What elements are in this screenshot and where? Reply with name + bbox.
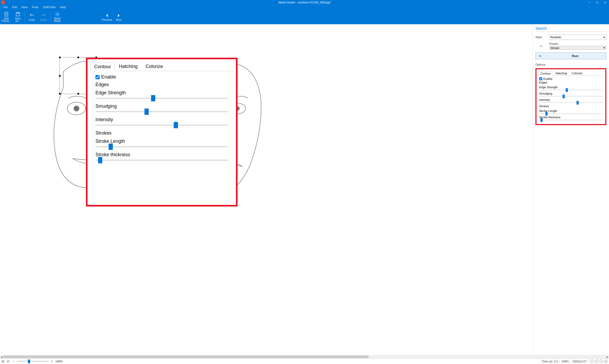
menubar: File Edit View Tools SoftOrbits Help: [0, 5, 609, 9]
sp-tab-hatching[interactable]: Hatching: [553, 71, 569, 75]
youtube-icon[interactable]: ▸: [604, 360, 608, 363]
chevron-down-icon: ▾: [603, 46, 605, 50]
info-icon[interactable]: i: [590, 360, 594, 363]
tab-contour[interactable]: Contour: [90, 62, 115, 71]
sp-stroke-thickness-slider[interactable]: [539, 120, 603, 120]
sp-edge-strength-label: Edge Strength: [539, 86, 603, 89]
sp-edges-section: Edges: [539, 81, 603, 84]
previous-button[interactable]: Previous: [102, 10, 112, 23]
enable-checkbox[interactable]: Enable: [95, 74, 228, 80]
batch-mode-button[interactable]: BatchMode: [52, 10, 63, 23]
menu-softorbits[interactable]: SoftOrbits: [41, 6, 58, 9]
sp-smudging-label: Smudging: [539, 92, 603, 95]
intensity-label: Intensity: [95, 117, 228, 122]
add-files-button[interactable]: AddFile(s)...: [1, 10, 12, 23]
zoom-fit-button[interactable]: ⊞: [1, 360, 5, 363]
toolbar-separator: [50, 12, 51, 22]
titlebar: Sketch Drawer - emotions-371238_1920.jpg…: [0, 0, 609, 5]
arrow-right-icon: ➔: [538, 54, 542, 58]
scrollbar-thumb[interactable]: [3, 356, 369, 358]
arrow-right-icon: [116, 13, 121, 18]
style-select[interactable]: Realistic ▾: [549, 35, 606, 40]
chevron-down-icon: ▾: [603, 36, 605, 39]
side-panel-title: Sketch: [535, 26, 606, 32]
stroke-length-label: Stroke Length: [95, 139, 228, 144]
smudging-slider[interactable]: [95, 111, 228, 112]
sp-intensity-slider[interactable]: [539, 102, 603, 103]
presets-select[interactable]: Simple ▾: [549, 46, 606, 50]
zoom-actual-button[interactable]: ⊡: [6, 360, 10, 363]
options-label: Options: [535, 63, 606, 66]
save-as-button[interactable]: Saveas...: [13, 10, 23, 23]
add-file-icon: [4, 12, 9, 17]
enable-checkbox-input[interactable]: [95, 75, 100, 79]
maximize-button[interactable]: ☐: [593, 0, 601, 5]
sp-tab-colorize[interactable]: Colorize: [569, 71, 585, 75]
minimize-button[interactable]: ─: [585, 0, 593, 5]
window-title: Sketch Drawer - emotions-371238_1920.jpg…: [278, 1, 331, 4]
toolbar-separator: [25, 12, 25, 22]
sp-enable-checkbox-input[interactable]: [539, 77, 542, 80]
menu-file[interactable]: File: [1, 6, 10, 9]
sp-edge-strength-slider[interactable]: [539, 90, 603, 90]
menu-help[interactable]: Help: [58, 6, 68, 9]
sp-stroke-length-slider[interactable]: [539, 113, 603, 114]
stroke-thickness-slider[interactable]: [95, 160, 228, 161]
zoom-out-button[interactable]: −: [12, 360, 15, 363]
sp-strokes-section: Strokes: [539, 105, 603, 108]
stroke-thickness-label: Stroke thickness: [95, 152, 228, 158]
options-panel: Contour Hatching Colorize Enable Edges E…: [535, 68, 606, 125]
gear-icon: [55, 12, 60, 17]
svg-rect-4: [17, 12, 19, 13]
zoom-in-button[interactable]: +: [50, 360, 54, 363]
sp-stroke-length-label: Stroke Length: [539, 109, 603, 112]
canvas-area[interactable]: Contour Hatching Colorize Enable Edges E…: [0, 24, 533, 355]
facebook-icon[interactable]: f: [595, 360, 598, 363]
status-dimensions: 1920x1117: [572, 360, 587, 363]
statusbar: ⊞ ⊡ − + 108% Time (s): 3.2 108% 1920x111…: [0, 358, 609, 364]
edge-strength-label: Edge Strength: [95, 90, 228, 96]
strokes-section-label: Strokes: [95, 130, 228, 136]
svg-rect-3: [16, 12, 20, 16]
twitter-icon[interactable]: t: [600, 360, 603, 363]
arrow-left-icon: [104, 13, 110, 18]
sp-smudging-slider[interactable]: [539, 96, 603, 97]
tab-colorize[interactable]: Colorize: [142, 62, 167, 71]
sp-enable-checkbox[interactable]: Enable: [539, 77, 603, 80]
redo-icon: [41, 13, 46, 18]
scroll-left-button[interactable]: ◀: [0, 355, 3, 358]
overlay-tabs: Contour Hatching Colorize: [90, 62, 233, 71]
next-button[interactable]: Next: [113, 10, 124, 23]
toolbar: AddFile(s)... Saveas... Undo Redo BatchM…: [0, 9, 609, 24]
side-panel: Sketch Style Realistic ▾ ⇆ Presets Simpl…: [533, 24, 609, 355]
svg-point-7: [74, 106, 79, 111]
close-button[interactable]: ✕: [601, 0, 609, 5]
undo-button[interactable]: Undo: [27, 10, 37, 23]
presets-label: Presets: [549, 42, 561, 45]
options-overlay-zoom: Contour Hatching Colorize Enable Edges E…: [86, 58, 238, 206]
svg-point-5: [57, 14, 58, 15]
style-label: Style: [535, 36, 547, 39]
app-icon: [1, 1, 5, 4]
horizontal-scrollbar[interactable]: ◀ ▶: [0, 355, 609, 358]
menu-view[interactable]: View: [19, 6, 30, 9]
status-zoom2: 108%: [561, 360, 569, 363]
edges-section-label: Edges: [95, 82, 228, 87]
undo-icon: [29, 13, 35, 18]
scroll-right-button[interactable]: ▶: [606, 355, 609, 358]
presets-icon[interactable]: ⇆: [535, 44, 547, 48]
run-button[interactable]: ➔ Run: [535, 52, 606, 59]
stroke-length-slider[interactable]: [95, 146, 228, 147]
menu-tools[interactable]: Tools: [30, 6, 41, 9]
menu-edit[interactable]: Edit: [10, 6, 19, 9]
sp-intensity-label: Intensity: [539, 98, 603, 101]
sp-stroke-thickness-label: Stroke thickness: [539, 116, 603, 119]
zoom-slider[interactable]: [17, 361, 49, 362]
smudging-label: Smudging: [95, 104, 228, 109]
redo-button[interactable]: Redo: [38, 10, 49, 23]
intensity-slider[interactable]: [95, 125, 228, 126]
edge-strength-slider[interactable]: [95, 98, 228, 99]
sp-tab-contour[interactable]: Contour: [538, 71, 553, 76]
zoom-percent: 108%: [55, 360, 63, 363]
tab-hatching[interactable]: Hatching: [115, 62, 142, 71]
